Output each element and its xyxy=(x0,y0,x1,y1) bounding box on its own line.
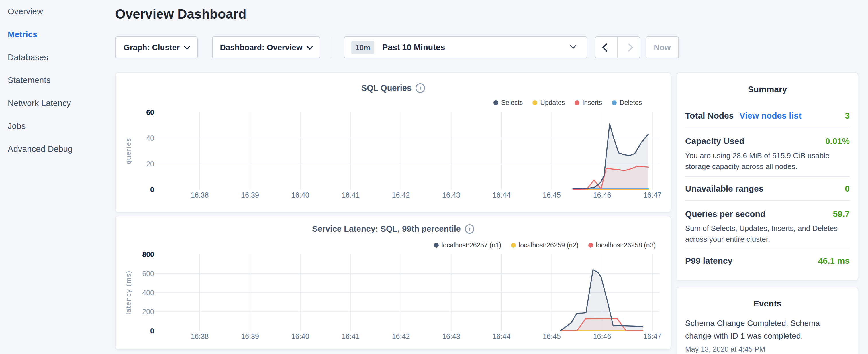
summary-panel: Summary Total NodesView nodes list3Capac… xyxy=(677,72,858,281)
chevron-left-icon xyxy=(602,43,611,52)
gridlines xyxy=(154,112,660,190)
info-icon[interactable] xyxy=(465,224,474,234)
x-axis-tick: 16:44 xyxy=(482,332,522,341)
legend-item-localhost-26257-n1[interactable]: localhost:26257 (n1) xyxy=(434,242,501,249)
events-panel: Events Schema Change Completed: Schema c… xyxy=(677,287,858,354)
chart-title: SQL Queries xyxy=(361,83,411,93)
y-axis-tick: 800 xyxy=(124,250,154,259)
legend-label: localhost:26258 (n3) xyxy=(596,242,656,249)
time-prev-button[interactable] xyxy=(595,37,617,58)
dashboard-dropdown[interactable]: Dashboard: Overview xyxy=(212,36,320,58)
x-axis-tick: 16:45 xyxy=(532,332,572,341)
legend-dot-icon xyxy=(588,243,593,248)
legend-dot-icon xyxy=(434,243,439,248)
x-axis-tick: 16:43 xyxy=(431,191,471,199)
x-axis-tick: 16:47 xyxy=(632,191,673,199)
legend-label: Updates xyxy=(540,99,565,106)
legend-label: Inserts xyxy=(582,99,602,106)
series-fill-inserts xyxy=(573,166,648,190)
event-timestamp: May 13, 2020 at 4:45 PM xyxy=(685,345,850,353)
x-axis-tick: 16:41 xyxy=(331,332,371,341)
summary-row-value: 3 xyxy=(845,111,850,121)
x-axis-tick: 16:45 xyxy=(532,191,572,199)
time-range-dropdown[interactable]: 10m Past 10 Minutes xyxy=(344,36,587,58)
x-axis-tick: 16:38 xyxy=(180,191,220,199)
summary-row-value: 0.01% xyxy=(825,136,850,146)
x-axis-tick: 16:47 xyxy=(632,332,673,341)
legend-item-inserts[interactable]: Inserts xyxy=(575,99,602,106)
sidebar-item-network-latency[interactable]: Network Latency xyxy=(8,92,115,115)
now-button[interactable]: Now xyxy=(646,36,679,58)
sidebar-item-jobs[interactable]: Jobs xyxy=(8,115,115,137)
graph-dropdown-label: Graph: Cluster xyxy=(124,43,180,52)
legend-dot-icon xyxy=(612,100,617,105)
legend-item-localhost-26258-n3[interactable]: localhost:26258 (n3) xyxy=(588,242,656,249)
y-axis-tick: 0 xyxy=(124,185,154,194)
chart-plot-area[interactable] xyxy=(116,216,672,350)
summary-title: Summary xyxy=(677,73,858,94)
y-axis-tick: 60 xyxy=(124,108,154,117)
x-axis-tick: 16:44 xyxy=(482,191,522,199)
summary-row-label: Queries per second xyxy=(685,209,766,219)
graph-dropdown[interactable]: Graph: Cluster xyxy=(115,36,198,58)
y-axis-tick: 40 xyxy=(124,133,154,142)
legend-item-deletes[interactable]: Deletes xyxy=(612,99,642,106)
chart-legend: localhost:26257 (n1)localhost:26259 (n2)… xyxy=(434,242,656,249)
summary-row-value: 46.1 ms xyxy=(818,256,850,266)
chevron-right-icon xyxy=(624,43,633,52)
app-root: OverviewMetricsDatabasesStatementsNetwor… xyxy=(0,0,868,354)
legend-label: Deletes xyxy=(620,99,642,106)
summary-row-capacity-used: Capacity Used0.01%You are using 28.6 MiB… xyxy=(685,128,850,177)
summary-row-total-nodes: Total NodesView nodes list3 xyxy=(685,94,850,128)
sidebar-item-databases[interactable]: Databases xyxy=(8,46,115,69)
service-latency-chart-card: Service Latency: SQL, 99th percentileloc… xyxy=(115,216,671,350)
x-axis-tick: 16:39 xyxy=(230,332,270,341)
time-range-badge: 10m xyxy=(351,41,374,54)
chart-title-row: SQL Queries xyxy=(116,83,671,93)
chart-title: Service Latency: SQL, 99th percentile xyxy=(312,224,461,233)
y-axis-tick: 200 xyxy=(124,307,154,316)
time-range-label: Past 10 Minutes xyxy=(382,43,445,52)
x-axis-tick: 16:40 xyxy=(280,191,320,199)
sidebar-item-overview[interactable]: Overview xyxy=(8,0,115,23)
summary-row-label: P99 latency xyxy=(685,256,733,265)
sidebar-menu: OverviewMetricsDatabasesStatementsNetwor… xyxy=(0,0,115,160)
time-pager xyxy=(595,36,640,58)
chart-legend: SelectsUpdatesInsertsDeletes xyxy=(493,99,642,106)
sidebar-item-statements[interactable]: Statements xyxy=(8,69,115,92)
x-axis-tick: 16:46 xyxy=(582,191,622,199)
y-axis-tick: 400 xyxy=(124,288,154,297)
legend-dot-icon xyxy=(532,100,537,105)
sidebar: OverviewMetricsDatabasesStatementsNetwor… xyxy=(0,0,115,354)
x-axis-tick: 16:38 xyxy=(180,332,220,341)
legend-item-updates[interactable]: Updates xyxy=(532,99,565,106)
x-axis-tick: 16:46 xyxy=(582,332,622,341)
x-axis-tick: 16:40 xyxy=(280,332,320,341)
legend-item-selects[interactable]: Selects xyxy=(493,99,523,106)
y-axis-tick: 20 xyxy=(124,159,154,168)
x-axis-tick: 16:42 xyxy=(381,191,421,199)
summary-rows: Total NodesView nodes list3Capacity Used… xyxy=(677,94,858,273)
legend-label: localhost:26257 (n1) xyxy=(442,242,501,249)
y-axis-tick: 600 xyxy=(124,269,154,278)
summary-row-queries-per-second: Queries per second59.7Sum of Selects, Up… xyxy=(685,201,850,249)
dashboard-dropdown-label: Dashboard: Overview xyxy=(220,43,303,52)
summary-row-description: You are using 28.6 MiB of 515.9 GiB usab… xyxy=(685,150,850,172)
info-icon[interactable] xyxy=(415,83,425,93)
summary-row-unavailable-ranges: Unavailable ranges0 xyxy=(685,177,850,201)
sidebar-item-advanced-debug[interactable]: Advanced Debug xyxy=(8,137,115,160)
summary-row-value: 59.7 xyxy=(833,209,850,219)
chevron-down-icon xyxy=(570,42,577,49)
sidebar-item-metrics[interactable]: Metrics xyxy=(8,23,115,46)
events-list: Schema Change Completed: Schema change w… xyxy=(677,317,858,353)
summary-row-p99-latency: P99 latency46.1 ms xyxy=(685,249,850,273)
summary-row-label: Capacity Used xyxy=(685,136,744,146)
view-nodes-list-link[interactable]: View nodes list xyxy=(739,111,801,120)
events-title: Events xyxy=(677,287,858,309)
summary-row-value: 0 xyxy=(845,184,850,194)
time-next-button[interactable] xyxy=(617,37,640,58)
x-axis-tick: 16:42 xyxy=(381,332,421,341)
legend-dot-icon xyxy=(493,100,498,105)
x-axis-tick: 16:41 xyxy=(331,191,371,199)
legend-item-localhost-26259-n2[interactable]: localhost:26259 (n2) xyxy=(511,242,578,249)
